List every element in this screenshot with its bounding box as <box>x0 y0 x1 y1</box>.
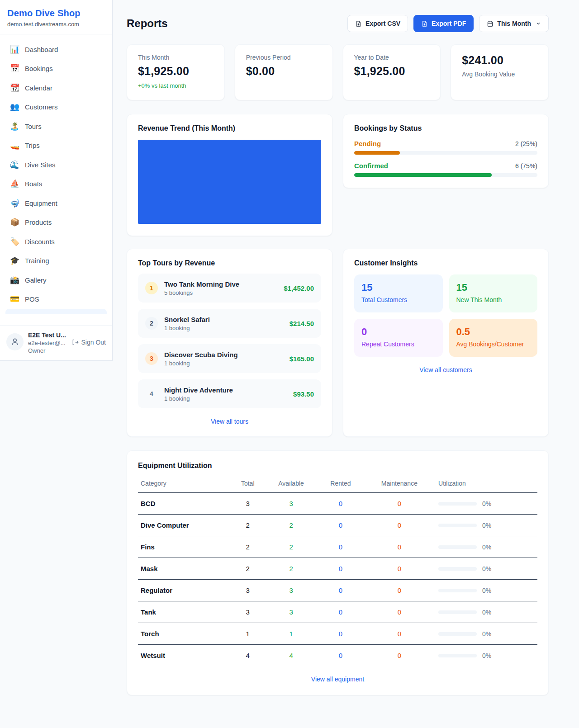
stat-delta: +0% vs last month <box>138 82 214 89</box>
person-icon <box>10 337 19 346</box>
insight-tile-new-this-month: 15 New This Month <box>449 274 538 312</box>
utilization-percent: 0% <box>482 630 491 638</box>
insight-label: Avg Bookings/Customer <box>456 340 531 348</box>
cell-rented: 0 <box>318 645 363 667</box>
status-count: 2 (25%) <box>515 140 537 147</box>
file-export-icon <box>421 20 428 27</box>
rank-badge: 2 <box>145 317 158 330</box>
sidebar-item-label: Customers <box>25 103 58 111</box>
avatar <box>6 333 24 350</box>
sidebar-item-products[interactable]: 📦 Products <box>5 213 108 232</box>
sidebar-item-calendar[interactable]: 📆 Calendar <box>5 78 108 98</box>
col-category: Category <box>138 476 232 493</box>
status-bar-fill <box>354 151 400 155</box>
view-all-tours-link[interactable]: View all tours <box>211 418 248 425</box>
cell-total: 2 <box>232 515 264 536</box>
cell-maintenance: 0 <box>363 645 436 667</box>
period-dropdown[interactable]: This Month <box>479 15 549 32</box>
sidebar-item-label: Discounts <box>25 238 55 246</box>
table-row: Fins 2 2 0 0 0% <box>138 536 537 558</box>
sidebar-item-equipment[interactable]: 🤿 Equipment <box>5 194 108 213</box>
period-selected-value: This Month <box>497 20 531 27</box>
equipment-utilization-card: Equipment Utilization Category Total Ava… <box>127 450 549 695</box>
utilization-percent: 0% <box>482 522 491 529</box>
sidebar-item-discounts[interactable]: 🏷️ Discounts <box>5 232 108 251</box>
export-csv-button[interactable]: Export CSV <box>347 15 408 32</box>
export-pdf-button[interactable]: Export PDF <box>413 15 474 32</box>
top-tours-title: Top Tours by Revenue <box>138 259 321 267</box>
utilization-bar <box>438 524 477 527</box>
cell-total: 3 <box>232 493 264 515</box>
cell-available: 2 <box>264 536 318 558</box>
view-all-equipment-link[interactable]: View all equipment <box>311 676 364 683</box>
sidebar-item-pos[interactable]: 💳 POS <box>5 290 108 309</box>
sidebar-item-bookings[interactable]: 📅 Bookings <box>5 59 108 79</box>
sidebar-item-gallery[interactable]: 📸 Gallery <box>5 270 108 290</box>
cell-total: 2 <box>232 558 264 580</box>
diving-mask-icon: 🤿 <box>10 199 19 208</box>
tour-name: Two Tank Morning Dive <box>164 280 277 288</box>
view-all-customers-link[interactable]: View all customers <box>419 366 472 373</box>
revenue-trend-bar <box>138 140 321 224</box>
bookings-by-status-card: Bookings by Status Pending 2 (25%) Confi… <box>343 114 549 188</box>
sidebar-item-label: Boats <box>25 180 42 188</box>
cell-available: 2 <box>264 515 318 536</box>
utilization-percent: 0% <box>482 500 491 507</box>
cell-available: 3 <box>264 493 318 515</box>
revenue-trend-title: Revenue Trend (This Month) <box>138 124 321 132</box>
tour-bookings: 1 booking <box>164 395 287 402</box>
tours-insights-row: Top Tours by Revenue 1 Two Tank Morning … <box>127 249 549 437</box>
cell-maintenance: 0 <box>363 536 436 558</box>
insight-label: Repeat Customers <box>361 340 436 348</box>
sidebar-item-reports-partial[interactable] <box>5 309 107 314</box>
insight-value: 0.5 <box>456 326 531 338</box>
sidebar-item-label: Products <box>25 218 52 226</box>
sidebar-item-trips[interactable]: 🚤 Trips <box>5 136 108 156</box>
package-icon: 📦 <box>10 217 19 227</box>
sidebar-item-dashboard[interactable]: 📊 Dashboard <box>5 40 108 59</box>
charts-row: Revenue Trend (This Month) Bookings by S… <box>127 114 549 236</box>
sidebar-item-training[interactable]: 🎓 Training <box>5 251 108 271</box>
utilization-bar <box>438 632 477 636</box>
utilization-percent: 0% <box>482 565 491 572</box>
sidebar-nav: 📊 Dashboard 📅 Bookings 📆 Calendar 👥 Cust… <box>0 34 112 326</box>
status-bar-fill <box>354 173 492 177</box>
tour-name: Night Dive Adventure <box>164 386 287 394</box>
customers-icon: 👥 <box>10 102 19 112</box>
sidebar-item-boats[interactable]: ⛵ Boats <box>5 175 108 194</box>
cell-utilization: 0% <box>436 493 537 515</box>
graduation-cap-icon: 🎓 <box>10 256 19 265</box>
cell-rented: 0 <box>318 580 363 601</box>
table-row: Tank 3 3 0 0 0% <box>138 601 537 623</box>
sidebar-item-label: Training <box>25 257 49 265</box>
sidebar-header: Demo Dive Shop demo.test.divestreams.com <box>0 0 112 34</box>
cell-maintenance: 0 <box>363 515 436 536</box>
speedboat-icon: 🚤 <box>10 141 19 150</box>
bookings-calendar-icon: 📅 <box>10 64 19 73</box>
page-header: Reports Export CSV Export PDF <box>127 15 549 32</box>
sign-out-button[interactable]: Sign Out <box>71 339 106 346</box>
cell-category: Torch <box>138 623 232 645</box>
sidebar-item-customers[interactable]: 👥 Customers <box>5 98 108 117</box>
cell-maintenance: 0 <box>363 601 436 623</box>
stat-card-avg-booking-value: $241.00 Avg Booking Value <box>451 44 549 100</box>
export-csv-label: Export CSV <box>365 20 400 27</box>
stat-value: $0.00 <box>246 65 322 78</box>
col-total: Total <box>232 476 264 493</box>
cell-utilization: 0% <box>436 623 537 645</box>
cell-maintenance: 0 <box>363 580 436 601</box>
cell-category: Regulator <box>138 580 232 601</box>
cell-category: Fins <box>138 536 232 558</box>
sidebar-item-tours[interactable]: 🏝️ Tours <box>5 117 108 136</box>
sidebar-item-label: POS <box>25 295 39 303</box>
sidebar-item-dive-sites[interactable]: 🌊 Dive Sites <box>5 155 108 175</box>
cell-total: 3 <box>232 601 264 623</box>
brand-domain: demo.test.divestreams.com <box>7 21 105 28</box>
cell-rented: 0 <box>318 493 363 515</box>
insight-value: 15 <box>361 282 436 293</box>
col-maintenance: Maintenance <box>363 476 436 493</box>
sidebar-item-label: Bookings <box>25 65 53 72</box>
stat-card-this-month: This Month $1,925.00 +0% vs last month <box>127 44 225 100</box>
rank-badge: 1 <box>145 282 158 294</box>
cell-category: Wetsuit <box>138 645 232 667</box>
